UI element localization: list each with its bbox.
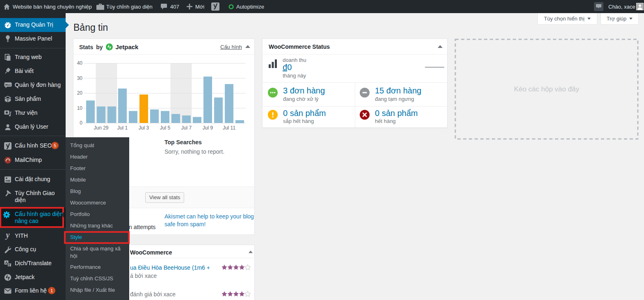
svg-text:Jul 5: Jul 5 bbox=[160, 125, 171, 131]
svg-text:A: A bbox=[5, 261, 7, 265]
svg-text:0: 0 bbox=[80, 120, 82, 126]
svg-text:10: 10 bbox=[77, 105, 83, 111]
svg-text:Jul 1: Jul 1 bbox=[117, 125, 128, 131]
svg-text:Jul 7: Jul 7 bbox=[181, 125, 192, 131]
svg-text:Jun 29: Jun 29 bbox=[94, 125, 108, 131]
svg-text:y: y bbox=[5, 232, 10, 240]
svg-text:Jul 9: Jul 9 bbox=[203, 125, 213, 131]
svg-text:Jul 3: Jul 3 bbox=[139, 125, 149, 131]
svg-text:Woo: Woo bbox=[5, 83, 11, 86]
svg-text:Jul 11: Jul 11 bbox=[223, 125, 235, 131]
svg-text:40: 40 bbox=[77, 60, 83, 66]
svg-text:30: 30 bbox=[77, 75, 83, 81]
svg-text:20: 20 bbox=[77, 90, 83, 96]
